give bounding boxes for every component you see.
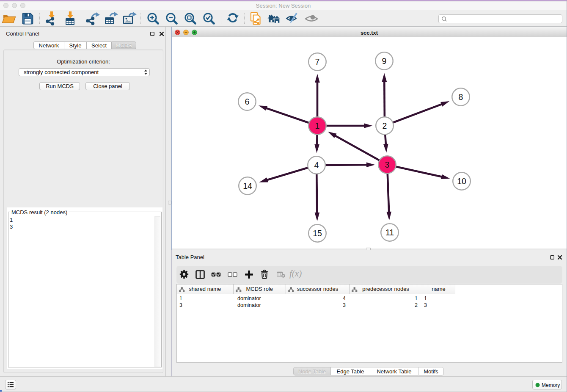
svg-text:1: 1	[315, 121, 320, 130]
svg-text:3: 3	[385, 160, 390, 169]
svg-text:8: 8	[459, 92, 463, 102]
svg-text:6: 6	[245, 97, 250, 106]
svg-text:10: 10	[457, 177, 466, 186]
svg-text:14: 14	[243, 181, 252, 190]
svg-text:9: 9	[382, 56, 387, 66]
svg-text:15: 15	[313, 229, 322, 238]
svg-text:4: 4	[314, 160, 319, 170]
svg-text:7: 7	[315, 57, 320, 66]
svg-text:2: 2	[383, 121, 387, 130]
svg-text:11: 11	[385, 228, 394, 237]
